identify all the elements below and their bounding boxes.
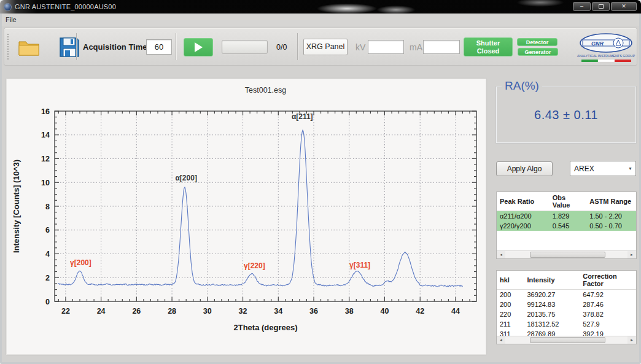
- spectrum-chart: 2224262830323436384042440246810121416γ[2…: [7, 79, 486, 354]
- window-frame: [0, 14, 2, 364]
- column-header[interactable]: Peak Ratio: [497, 192, 550, 211]
- start-acquisition-button[interactable]: [184, 38, 213, 56]
- table-cell: 36920.27: [524, 290, 580, 300]
- shutter-button-line1: Shutter: [464, 39, 512, 47]
- window-title: GNR AUSTENITE_00000AUS00: [15, 3, 116, 10]
- chart-panel: 2224262830323436384042440246810121416γ[2…: [6, 79, 486, 355]
- open-file-button[interactable]: [18, 37, 41, 60]
- table-cell: 0.545: [550, 221, 587, 231]
- svg-text:10: 10: [41, 179, 50, 187]
- scrollbar-thumb[interactable]: [530, 252, 605, 258]
- svg-text:12: 12: [41, 155, 50, 163]
- scroll-right-icon[interactable]: ►: [627, 251, 636, 258]
- peak-ratio-hscrollbar[interactable]: ◄ ►: [497, 250, 636, 258]
- svg-text:2: 2: [45, 274, 50, 282]
- svg-text:28: 28: [168, 307, 176, 316]
- svg-text:8: 8: [45, 203, 50, 211]
- scrollbar-thumb[interactable]: [530, 337, 605, 343]
- column-header[interactable]: Obs Value: [550, 192, 587, 211]
- toolbar-separator: [297, 33, 298, 60]
- ra-result-box: RA(%) 6.43 ± 0.11: [496, 87, 636, 143]
- table-cell: 220: [497, 309, 524, 319]
- ra-label: RA(%): [502, 79, 542, 93]
- table-row[interactable]: 22020135.75378.82: [497, 309, 636, 319]
- toolbar-separator: [176, 33, 176, 60]
- table-row[interactable]: 211181312.52527.9: [497, 319, 636, 329]
- table-row[interactable]: α211/α2001.8291.50 - 2.20: [497, 211, 636, 222]
- table-cell: 647.92: [580, 290, 636, 300]
- scroll-left-icon[interactable]: ◄: [497, 251, 505, 258]
- chevron-down-icon: ▼: [625, 161, 635, 176]
- progress-counter: 0/0: [276, 43, 287, 52]
- detector-button[interactable]: Detector: [517, 38, 557, 46]
- svg-text:γ[200]: γ[200]: [70, 258, 91, 267]
- scrollbar-track[interactable]: [505, 336, 627, 344]
- ma-input[interactable]: [423, 40, 460, 54]
- svg-text:α[200]: α[200]: [175, 174, 196, 182]
- algorithm-select[interactable]: AREX ▼: [570, 161, 636, 176]
- minimize-icon: –: [580, 3, 583, 9]
- kv-input[interactable]: [368, 40, 404, 54]
- column-header[interactable]: Correction Factor: [580, 271, 636, 290]
- table-row[interactable]: 20099124.83287.46: [497, 300, 636, 309]
- svg-text:24: 24: [97, 307, 106, 316]
- shutter-button-line2: Closed: [464, 47, 512, 55]
- svg-text:40: 40: [381, 307, 389, 316]
- acquisition-time-input[interactable]: [146, 39, 172, 55]
- svg-text:42: 42: [416, 307, 424, 316]
- table-cell: 99124.83: [524, 300, 580, 309]
- column-header[interactable]: ASTM Range: [586, 192, 636, 211]
- generator-button[interactable]: Generator: [518, 48, 558, 56]
- table-cell: 1.829: [550, 211, 587, 222]
- play-icon: [195, 42, 203, 52]
- table-cell: 527.9: [580, 319, 636, 329]
- svg-text:30: 30: [203, 307, 212, 316]
- svg-text:16: 16: [41, 107, 50, 116]
- gnr-logo-icon: GNR ANALYTICAL INSTRUMENTS GROUP: [575, 31, 637, 64]
- toolbar-grip[interactable]: [7, 33, 9, 60]
- hkl-table: hklIntensityCorrection Factor20036920.27…: [496, 270, 637, 344]
- progress-bar: [222, 40, 268, 54]
- save-file-button[interactable]: [58, 36, 80, 61]
- svg-text:γ[220]: γ[220]: [244, 261, 265, 270]
- table-cell: α211/α200: [497, 211, 550, 222]
- app-icon: [4, 3, 12, 11]
- table-row[interactable]: γ220/γ2000.5450.50 - 0.70: [497, 221, 636, 231]
- svg-text:Test001.esg: Test001.esg: [245, 86, 286, 95]
- gnr-logo: GNR ANALYTICAL INSTRUMENTS GROUP: [575, 31, 637, 66]
- close-button[interactable]: ✕: [611, 2, 637, 11]
- table-cell: 200: [497, 290, 524, 300]
- column-header[interactable]: hkl: [497, 271, 524, 290]
- maximize-button[interactable]: [592, 2, 610, 11]
- table-cell: 200: [497, 300, 524, 309]
- apply-algo-button[interactable]: Apply Algo: [496, 161, 553, 176]
- svg-text:22: 22: [61, 307, 70, 316]
- svg-text:14: 14: [41, 131, 50, 139]
- svg-text:α[211]: α[211]: [292, 112, 313, 121]
- svg-text:2Theta (degrees): 2Theta (degrees): [233, 323, 297, 332]
- svg-text:Intensity [Counts] (10^3): Intensity [Counts] (10^3): [12, 160, 21, 253]
- folder-icon: [18, 37, 41, 58]
- svg-text:44: 44: [451, 307, 460, 316]
- table-cell: γ220/γ200: [497, 221, 550, 231]
- scroll-left-icon[interactable]: ◄: [497, 336, 505, 344]
- app-window: GNR AUSTENITE_00000AUS00 – ✕ File: [0, 0, 641, 364]
- algorithm-selected-value: AREX: [570, 165, 625, 173]
- svg-text:0: 0: [45, 298, 50, 306]
- scrollbar-track[interactable]: [505, 251, 627, 258]
- table-row[interactable]: 20036920.27647.92: [497, 290, 636, 300]
- hkl-hscrollbar[interactable]: ◄ ►: [497, 336, 636, 344]
- menu-bar: File: [0, 14, 641, 26]
- menu-file[interactable]: File: [0, 14, 21, 23]
- shutter-button[interactable]: Shutter Closed: [464, 37, 513, 56]
- scroll-right-icon[interactable]: ►: [627, 336, 636, 344]
- close-icon: ✕: [621, 3, 626, 9]
- toolbar-separator: [76, 33, 77, 60]
- svg-text:26: 26: [132, 307, 141, 316]
- xrg-panel-button[interactable]: XRG Panel: [303, 39, 348, 55]
- title-bar[interactable]: GNR AUSTENITE_00000AUS00 – ✕: [0, 0, 641, 14]
- column-header[interactable]: Intensity: [524, 271, 580, 290]
- table-cell: 20135.75: [524, 309, 580, 319]
- ra-value: 6.43 ± 0.11: [497, 108, 635, 122]
- minimize-button[interactable]: –: [573, 2, 591, 11]
